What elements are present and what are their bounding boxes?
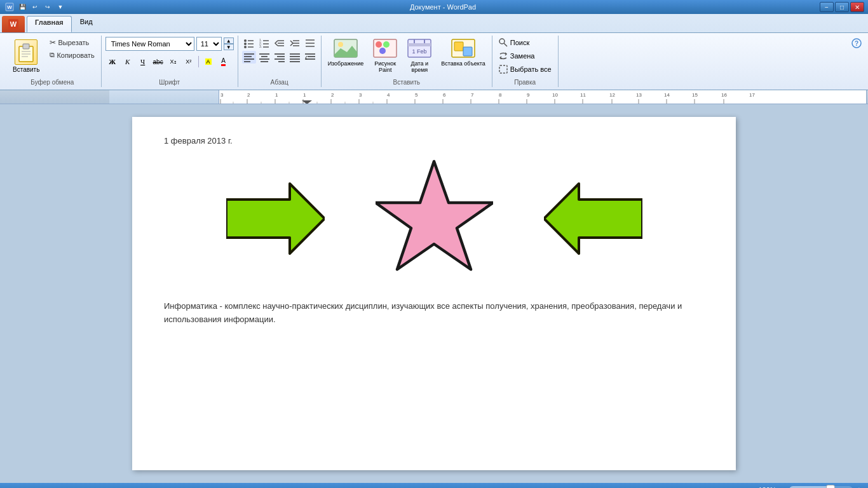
arrow-right-shape xyxy=(226,180,325,259)
font-size-increase[interactable]: ▲ xyxy=(224,37,234,44)
redo-quick-btn[interactable]: ↪ xyxy=(42,2,53,12)
insert-content: Изображение Рисунок Paint xyxy=(325,37,488,78)
zoom-increase-icon[interactable]: + xyxy=(857,485,862,488)
title-bar: W 💾 ↩ ↪ ▼ Документ - WordPad − □ ✕ xyxy=(0,0,868,14)
svg-text:2: 2 xyxy=(247,92,250,98)
divider xyxy=(198,56,199,67)
select-all-button[interactable]: Выбрать все xyxy=(496,64,554,75)
bold-button[interactable]: Ж xyxy=(105,55,119,69)
document-area[interactable]: 1 февраля 2013 г. Информати xyxy=(0,104,868,483)
italic-button[interactable]: К xyxy=(121,55,135,69)
shapes-area xyxy=(164,158,704,281)
minimize-button[interactable]: − xyxy=(820,2,834,12)
quick-access-dropdown[interactable]: ▼ xyxy=(55,2,66,12)
insert-label: Вставить xyxy=(393,78,420,86)
help-button[interactable]: ? xyxy=(849,36,864,53)
line-spacing-button[interactable] xyxy=(303,37,317,50)
ribbon: W Главная Вид Вставит xyxy=(0,14,868,90)
image-button[interactable]: Изображение xyxy=(325,37,367,68)
subscript-button[interactable]: X₂ xyxy=(166,55,180,69)
svg-rect-61 xyxy=(454,42,463,51)
svg-text:12: 12 xyxy=(609,92,615,98)
indent-increase-button[interactable] xyxy=(288,37,302,50)
rtl-button[interactable] xyxy=(303,51,317,64)
ruler: 3 2 1 1 2 3 4 5 6 7 8 9 10 11 12 13 14 1… xyxy=(0,90,868,104)
svg-point-63 xyxy=(499,39,505,44)
paragraph-content: 1.2.3. xyxy=(242,37,317,78)
align-left-button[interactable] xyxy=(242,51,256,64)
replace-button[interactable]: Замена xyxy=(496,50,554,62)
title-bar-left: W 💾 ↩ ↪ ▼ xyxy=(4,2,66,12)
svg-point-11 xyxy=(244,43,247,45)
svg-text:1 Feb: 1 Feb xyxy=(412,48,427,55)
scissors-icon: ✂ xyxy=(50,38,56,47)
font-color-icon: A xyxy=(221,57,226,66)
document-page: 1 февраля 2013 г. Информати xyxy=(132,117,736,470)
svg-text:17: 17 xyxy=(749,92,755,98)
svg-marker-114 xyxy=(226,184,325,254)
svg-text:W: W xyxy=(7,4,12,10)
svg-text:7: 7 xyxy=(471,92,474,98)
maximize-button[interactable]: □ xyxy=(835,2,849,12)
paste-button[interactable]: Вставить xyxy=(8,37,44,76)
highlight-icon: A xyxy=(205,58,212,65)
copy-icon: ⧉ xyxy=(50,51,55,59)
quick-access-toolbar: W 💾 ↩ ↪ ▼ xyxy=(4,2,66,12)
paint-button[interactable]: Рисунок Paint xyxy=(370,37,400,74)
superscript-button[interactable]: X² xyxy=(182,55,196,69)
tab-view[interactable]: Вид xyxy=(72,16,100,32)
para-row-2 xyxy=(242,51,317,64)
font-row-1: Times New Roman 11 ▲ ▼ xyxy=(105,37,234,51)
undo-quick-btn[interactable]: ↩ xyxy=(29,2,41,12)
star-shape xyxy=(376,158,493,281)
svg-text:16: 16 xyxy=(721,92,727,98)
svg-marker-115 xyxy=(376,161,493,269)
copy-button[interactable]: ⧉ Копировать xyxy=(47,50,97,60)
close-button[interactable]: ✕ xyxy=(850,2,864,12)
svg-rect-62 xyxy=(463,47,472,56)
svg-rect-5 xyxy=(23,44,29,49)
svg-rect-65 xyxy=(499,65,507,73)
align-right-button[interactable] xyxy=(273,51,287,64)
group-paragraph: 1.2.3. xyxy=(238,36,322,87)
underline-button[interactable]: Ч xyxy=(136,55,150,69)
justify-button[interactable] xyxy=(288,51,302,64)
strikethrough-button[interactable]: abc xyxy=(151,55,165,69)
list-numbers-button[interactable]: 1.2.3. xyxy=(257,37,271,50)
paint-label: Рисунок Paint xyxy=(374,60,396,73)
group-insert: Изображение Рисунок Paint xyxy=(322,36,492,87)
ribbon-tabs: W Главная Вид xyxy=(0,14,868,32)
svg-text:4: 4 xyxy=(387,92,390,98)
paste-icon xyxy=(15,39,37,65)
window-title: Документ - WordPad xyxy=(66,3,820,11)
font-size-select[interactable]: 11 xyxy=(196,37,222,51)
font-color-button[interactable]: A xyxy=(217,55,231,69)
group-clipboard: Вставить ✂ Вырезать ⧉ Копировать Буфер о… xyxy=(4,36,102,87)
svg-text:10: 10 xyxy=(552,92,558,98)
svg-text:11: 11 xyxy=(580,92,586,98)
list-bullets-button[interactable] xyxy=(242,37,256,50)
indent-decrease-button[interactable] xyxy=(273,37,287,50)
zoom-decrease-icon[interactable]: − xyxy=(780,485,785,488)
zoom-slider-thumb[interactable] xyxy=(826,485,835,488)
font-family-select[interactable]: Times New Roman xyxy=(105,37,194,51)
highlight-button[interactable]: A xyxy=(201,55,215,69)
app-menu-button[interactable]: W xyxy=(2,16,25,32)
datetime-button[interactable]: 1 Feb Дата и время xyxy=(404,37,435,74)
search-buttons: Поиск Замена Выбрать все xyxy=(496,37,554,75)
find-button[interactable]: Поиск xyxy=(496,37,554,48)
group-font: Times New Roman 11 ▲ ▼ Ж К Ч abc X₂ xyxy=(102,36,238,87)
ribbon-content: Вставить ✂ Вырезать ⧉ Копировать Буфер о… xyxy=(0,32,868,90)
object-button[interactable]: Вставка объекта xyxy=(438,37,488,68)
object-label: Вставка объекта xyxy=(441,60,485,67)
save-quick-btn[interactable]: 💾 xyxy=(17,2,28,12)
font-size-decrease[interactable]: ▼ xyxy=(224,44,234,50)
document-text: Информатика - комплекс научно-практическ… xyxy=(164,300,704,327)
ruler-body: 3 2 1 1 2 3 4 5 6 7 8 9 10 11 12 13 14 1… xyxy=(219,90,867,104)
cut-button[interactable]: ✂ Вырезать xyxy=(47,37,97,48)
tab-home[interactable]: Главная xyxy=(27,16,72,32)
align-center-button[interactable] xyxy=(257,51,271,64)
edit-label: Правка xyxy=(514,78,536,86)
size-increment-buttons: ▲ ▼ xyxy=(224,37,234,50)
font-label: Шрифт xyxy=(159,78,180,86)
